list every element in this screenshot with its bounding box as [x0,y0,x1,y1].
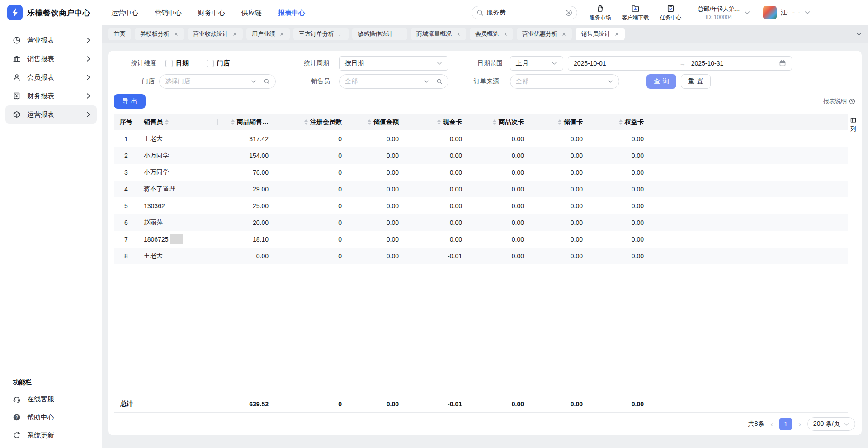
close-tab-icon[interactable] [614,32,619,37]
sidebar-menu: 营业报表销售报表会员报表财务报表运营报表 [0,31,102,124]
sidebar-item-3[interactable]: 财务报表 [5,87,97,105]
column-header-8[interactable]: 权益卡 [588,114,649,130]
nav-item-0[interactable]: 运营中心 [111,9,138,17]
sort-icon[interactable] [231,119,235,125]
pagination-total: 共8条 [748,420,764,428]
tab-4[interactable]: 三方订单分析 [293,28,349,40]
close-tab-icon[interactable] [174,32,179,37]
column-header-7[interactable]: 储值卡 [529,114,588,130]
topbar: 乐檬餐饮商户中心 运营中心营销中心财务中心供应链报表中心 服务费 服务市场客户端… [0,0,868,25]
main-area: 首页券模板分析营业收款统计用户业绩三方订单分析敏感操作统计商城流量概况会员概览营… [102,25,868,448]
nav-item-4[interactable]: 报表中心 [278,9,305,17]
search-icon[interactable] [264,78,270,85]
column-header-3[interactable]: 注册会员数 [274,114,347,130]
task-icon [666,4,675,13]
next-page-icon[interactable]: › [797,420,802,428]
cell-value: 317.42 [218,130,274,147]
close-tab-icon[interactable] [279,32,284,37]
period-select[interactable]: 按日期 [339,56,448,71]
sort-icon[interactable] [619,119,623,125]
close-tab-icon[interactable] [232,32,237,37]
sort-icon[interactable] [437,119,441,125]
sort-icon[interactable] [558,119,561,125]
current-page-button[interactable]: 1 [779,418,792,430]
cell-value: 0.00 [404,231,467,248]
sidebar-footer-item-0[interactable]: 在线客服 [5,390,97,408]
cell-value: 0.00 [467,147,529,164]
sidebar-footer-item-2[interactable]: 系统更新 [5,426,97,444]
date-range-input[interactable]: 2025-10-01 → 2025-10-31 [568,56,792,71]
sort-icon[interactable] [368,119,371,125]
close-tab-icon[interactable] [338,32,343,37]
prev-page-icon[interactable]: ‹ [770,420,774,428]
reset-button[interactable]: 重置 [681,74,711,89]
user-name: 汪一一 [781,9,800,17]
tab-1[interactable]: 券模板分析 [135,28,184,40]
tab-7[interactable]: 会员概览 [470,28,513,40]
sidebar-item-1[interactable]: 销售报表 [5,50,97,68]
sort-icon[interactable] [493,119,496,125]
sidebar-item-0[interactable]: 营业报表 [5,31,97,49]
global-search-input[interactable]: 服务费 [472,6,577,19]
export-button[interactable]: 导出 [114,94,146,109]
columns-icon [850,117,857,124]
tab-3[interactable]: 用户业绩 [246,28,290,40]
column-header-filler [649,114,848,130]
column-header-2[interactable]: 商品销售… [218,114,274,130]
quick-link-0[interactable]: 服务市场 [585,4,615,22]
dimension-store-checkbox[interactable]: 门店 [207,59,230,67]
salesman-select[interactable]: 全部 [339,74,448,89]
cell-value: 0.00 [529,147,588,164]
order-source-select[interactable]: 全部 [510,74,619,89]
sidebar-item-label: 运营报表 [27,110,54,119]
topbar-right: 服务费 服务市场客户端下载任务中心 总部/年轻人第... ID: 100004 … [472,4,811,22]
nav-item-3[interactable]: 供应链 [241,9,262,17]
page-size-select[interactable]: 200 条/页 [807,417,855,431]
tab-9[interactable]: 销售员统计 [576,28,625,40]
app-logo-icon [7,5,23,20]
sidebar-footer-item-1[interactable]: ?帮助中心 [5,408,97,426]
quick-link-2[interactable]: 任务中心 [656,4,686,22]
tab-6[interactable]: 商城流量概况 [411,28,466,40]
column-header-4[interactable]: 储值金额 [347,114,404,130]
sort-icon[interactable] [165,119,169,125]
user-menu[interactable]: 汪一一 [763,6,811,19]
chevron-down-icon [804,9,811,16]
search-icon[interactable] [436,78,443,85]
column-header-5[interactable]: 现金卡 [404,114,467,130]
close-tab-icon[interactable] [503,32,508,37]
nav-item-2[interactable]: 财务中心 [198,9,225,17]
tab-5[interactable]: 敏感操作统计 [352,28,407,40]
sidebar-item-4[interactable]: 运营报表 [5,105,97,124]
checkbox-icon[interactable] [165,60,173,67]
close-tab-icon[interactable] [561,32,566,37]
column-header-0[interactable]: 序号 [114,114,140,130]
column-settings-button[interactable]: 列 [847,117,859,133]
dimension-date-checkbox[interactable]: 日期 [165,59,189,67]
clear-search-icon[interactable] [565,9,572,16]
checkbox-icon[interactable] [207,60,214,67]
column-header-label: 权益卡 [625,118,644,126]
tab-8[interactable]: 营业优惠分析 [517,28,572,40]
sort-icon[interactable] [304,119,308,125]
cell-value: 0.00 [588,197,649,214]
column-header-6[interactable]: 商品次卡 [467,114,529,130]
quick-link-1[interactable]: 客户端下载 [618,4,653,22]
report-help-link[interactable]: 报表说明 [823,97,856,105]
box-icon [13,110,21,119]
tab-2[interactable]: 营业收款统计 [188,28,243,40]
close-tab-icon[interactable] [397,32,402,37]
org-switcher[interactable]: 总部/年轻人第... ID: 100004 [698,5,751,20]
store-select[interactable]: 选择门店 [159,74,276,89]
close-tab-icon[interactable] [456,32,461,37]
store-placeholder: 选择门店 [165,77,250,86]
tabs-overflow-icon[interactable] [855,30,863,38]
date-preset-select[interactable]: 上月 [510,56,563,71]
cell-value: 0 [274,214,347,231]
nav-item-1[interactable]: 营销中心 [155,9,182,17]
column-header-1[interactable]: 销售员 [140,114,218,130]
query-button[interactable]: 查询 [646,74,676,89]
tab-0[interactable]: 首页 [108,28,131,40]
sidebar-item-2[interactable]: 会员报表 [5,68,97,86]
cell-value: 0.00 [467,231,529,248]
